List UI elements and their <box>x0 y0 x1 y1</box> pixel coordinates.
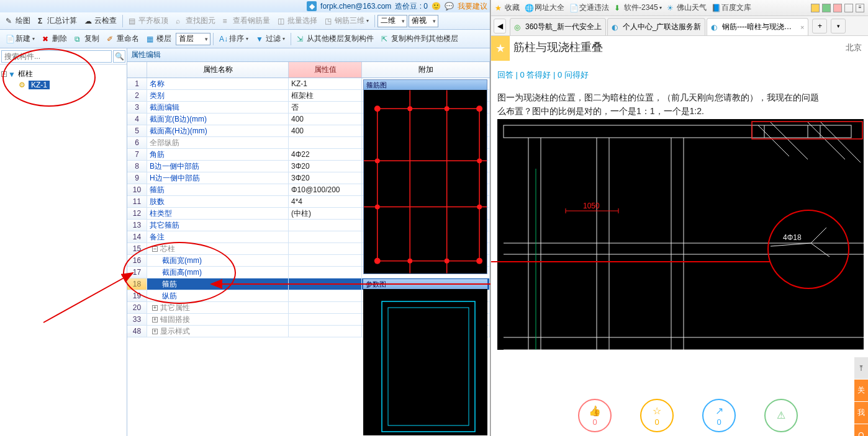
side-btn-1[interactable]: ⤒ <box>854 357 868 380</box>
row-value[interactable]: 框架柱 <box>289 90 362 101</box>
row-value[interactable]: Φ10@100/200 <box>289 184 362 195</box>
row-value[interactable] <box>289 326 362 337</box>
bookmark-4[interactable]: ☀佛山天气 <box>667 2 707 13</box>
row-value[interactable] <box>289 278 362 290</box>
row-value[interactable]: 400 <box>289 125 362 136</box>
grid-icon-5[interactable]: ≡ <box>856 4 864 12</box>
action-button[interactable]: ↗0 <box>702 399 736 432</box>
action-button[interactable]: ⚠ <box>764 399 798 432</box>
row-value[interactable]: 4*4 <box>289 196 362 207</box>
tab-3-active[interactable]: ◐钢筋----暗柱与现浇柱重× <box>707 18 808 35</box>
row-value[interactable] <box>289 220 362 231</box>
download-icon: ⬇ <box>614 4 623 12</box>
row-value[interactable]: 400 <box>289 113 362 125</box>
svg-line-39 <box>820 122 861 162</box>
close-icon[interactable]: × <box>800 24 804 31</box>
row-value[interactable] <box>289 231 362 242</box>
rebar3d-button[interactable]: ◳钢筋三维▾ <box>322 14 372 28</box>
view-top-dropdown[interactable]: 俯视 <box>409 15 438 27</box>
rename-button[interactable]: ✐重命名 <box>104 32 142 46</box>
svg-point-11 <box>407 259 412 264</box>
row-number: 3 <box>127 102 147 113</box>
expand-icon[interactable]: + <box>152 329 158 334</box>
svg-rect-40 <box>752 122 862 139</box>
expand-icon[interactable]: + <box>152 317 158 323</box>
svg-line-37 <box>771 122 808 159</box>
bookmark-5[interactable]: 📘百度文库 <box>712 2 751 13</box>
row-number: 14 <box>127 231 147 242</box>
row-value[interactable]: 3Φ20 <box>289 161 362 172</box>
grid-icon-4[interactable] <box>844 4 853 12</box>
search-go-button[interactable]: 🔍 <box>113 50 125 63</box>
filter-button[interactable]: ▼过滤▾ <box>253 32 288 46</box>
findshape-button[interactable]: ⌕查找图元 <box>173 14 219 28</box>
floor-select[interactable]: 首层 <box>176 33 210 45</box>
batchsel-button[interactable]: ◫批量选择 <box>274 14 320 28</box>
new-button[interactable]: 📄新建▾ <box>2 32 38 46</box>
grid-icon-1[interactable] <box>811 4 820 12</box>
copyfrom-button[interactable]: ⇲从其他楼层复制构件 <box>294 32 377 46</box>
row-value[interactable] <box>289 255 362 266</box>
grid-icon-3[interactable] <box>833 4 842 12</box>
view-2d-dropdown[interactable]: 二维 <box>377 15 407 27</box>
viewrebar-button[interactable]: ≡查看钢筋量 <box>220 14 273 28</box>
row-name: +其它属性 <box>147 302 289 313</box>
row-name: 名称 <box>147 78 289 89</box>
action-button[interactable]: ☆0 <box>640 399 674 432</box>
tree-child[interactable]: ⚙ KZ-1 <box>19 80 125 90</box>
row-value[interactable] <box>289 243 362 254</box>
bookmark-1[interactable]: 🌐网址大全 <box>525 2 564 13</box>
row-name: 截面宽(B边)(mm) <box>147 113 289 125</box>
row-number: 13 <box>127 220 147 231</box>
row-value[interactable] <box>289 290 362 301</box>
row-number: 20 <box>127 302 147 313</box>
col-number <box>127 62 147 78</box>
svg-point-13 <box>375 158 380 163</box>
tree-root[interactable]: − ▼ 框柱 <box>1 68 125 80</box>
align-button[interactable]: ▤平齐板顶 <box>125 14 171 28</box>
row-value[interactable] <box>289 302 362 313</box>
tab-menu-button[interactable]: ▾ <box>831 19 846 33</box>
back-button[interactable]: ◀ <box>494 19 506 33</box>
stirrup-title: 箍筋图 <box>364 80 487 90</box>
side-btn-4[interactable]: Q <box>854 424 868 436</box>
row-value[interactable]: KZ-1 <box>289 78 362 89</box>
row-value[interactable]: 3Φ20 <box>289 172 362 184</box>
floor-button[interactable]: ▦楼层 <box>143 32 174 46</box>
search-input[interactable] <box>1 50 112 63</box>
row-value[interactable]: (中柱) <box>289 208 362 219</box>
cad-drawing: 1050 4Φ18 <box>497 119 864 350</box>
expand-icon[interactable]: + <box>152 305 158 311</box>
cloudcheck-button[interactable]: ☁云检查 <box>81 14 120 28</box>
bookmark-3[interactable]: ⬇软件-2345▾ <box>614 2 662 13</box>
copyto-button[interactable]: ⇱复制构件到其他楼层 <box>378 32 461 46</box>
row-value[interactable]: 4Φ22 <box>289 149 362 160</box>
side-btn-2[interactable]: 关 <box>854 380 868 402</box>
sort-button[interactable]: A↓排序▾ <box>216 32 251 46</box>
bookmark-2[interactable]: 📄交通违法 <box>569 2 609 13</box>
row-value[interactable] <box>289 267 362 278</box>
suggest-link[interactable]: 我要建议 <box>458 1 487 12</box>
tab-1[interactable]: ◎360导航_新一代安全上 <box>510 18 606 35</box>
copy-button[interactable]: ⧉复制 <box>71 32 102 46</box>
row-name: 截面高(mm) <box>147 267 289 278</box>
row-value[interactable] <box>289 314 362 325</box>
action-buttons: 👍0☆0↗0⚠ <box>578 399 798 432</box>
bookmark-fav[interactable]: ★收藏 <box>495 2 520 13</box>
draw-button[interactable]: ✎绘图 <box>2 14 34 28</box>
new-tab-button[interactable]: + <box>812 19 827 33</box>
row-name: H边一侧中部筋 <box>147 172 289 184</box>
action-button[interactable]: 👍0 <box>578 399 612 432</box>
sumcalc-button[interactable]: Σ 汇总计算 <box>35 14 80 28</box>
grid-icon-2[interactable] <box>822 4 831 12</box>
row-value[interactable] <box>289 137 362 148</box>
delete-button[interactable]: ✖删除 <box>39 32 70 46</box>
side-btn-3[interactable]: 我 <box>854 402 868 424</box>
expand-icon[interactable]: − <box>152 246 158 252</box>
action-count: 0 <box>717 417 721 427</box>
row-number: 16 <box>127 255 147 266</box>
tab-2[interactable]: ◐个人中心_广联达服务新 <box>607 18 706 35</box>
svg-point-10 <box>445 106 450 111</box>
collapse-icon[interactable]: − <box>1 71 7 77</box>
row-value[interactable]: 否 <box>289 102 362 113</box>
